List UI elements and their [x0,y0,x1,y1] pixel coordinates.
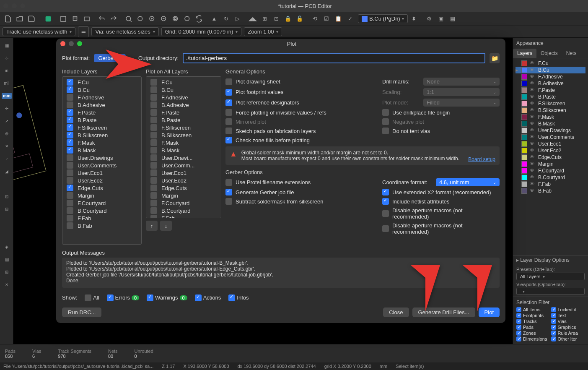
layer-checkbox-row[interactable]: F.Fab [64,214,140,222]
layer-checkbox-row[interactable]: F.Silkscreen [148,124,219,131]
left-tool-17[interactable]: ▤ [1,253,13,265]
layer-checkbox-row[interactable]: B.Adhesive [148,101,219,109]
layer-row[interactable]: 👁B.Courtyard [515,174,585,181]
tab-layers[interactable]: Layers [513,49,536,58]
unlock-icon[interactable]: 🔓 [294,13,305,24]
print-icon[interactable] [70,13,80,24]
layer-row[interactable]: 👁F.Cu [515,60,585,67]
open-icon[interactable] [14,13,25,24]
layer-checkbox-row[interactable]: F.Courtyard [148,199,219,207]
generate-drill-button[interactable]: Generate Drill Files... [412,307,475,317]
coord-format-row[interactable]: Coordinate format:4.6, unit mm [382,178,500,187]
layer-checkbox-row[interactable]: F.Cu [64,78,140,86]
plot-all-layers-list[interactable]: F.CuB.CuF.AdhesiveB.AdhesiveF.PasteB.Pas… [146,76,221,218]
layer-checkbox-row[interactable]: Margin [64,192,140,199]
layer-checkbox-row[interactable]: User.Eco1 [64,169,140,177]
visibility-icon[interactable]: 👁 [530,128,536,133]
layer-selector[interactable]: B.Cu (PgDn) ▾ [358,14,408,23]
left-tool-6[interactable]: ↗ [1,115,13,127]
left-tool-4[interactable]: mm [1,90,13,102]
layer-display-opts[interactable]: ▸ Layer Display Options [513,255,588,265]
option-row[interactable]: Drill marks:None [382,77,500,86]
redo-icon[interactable] [108,13,119,24]
maximize-icon[interactable] [20,3,25,8]
footprint-icon[interactable]: ⊞ [259,13,270,24]
visibility-icon[interactable]: 👁 [530,94,536,100]
option-row[interactable]: Plot drawing sheet [225,77,374,86]
visibility-icon[interactable]: 👁 [530,81,536,86]
option-row[interactable]: Generate Gerber job file [225,188,374,196]
option-row[interactable]: Use extended X2 format (recommended) [382,188,500,196]
lock-icon[interactable]: 🔒 [282,13,293,24]
zoom-window-icon[interactable] [170,13,181,24]
layer-checkbox-row[interactable]: User.Comm... [148,162,219,169]
option-row[interactable]: Use Protel filename extensions [225,178,374,187]
left-tool-14[interactable] [1,216,13,227]
left-tool-8[interactable]: ✕ [1,140,13,152]
layer-row[interactable]: 👁F.Paste [515,87,585,94]
include-layers-list[interactable]: F.CuB.CuF.AdhesiveB.AdhesiveF.PasteB.Pas… [62,76,142,245]
grid-dropdown[interactable]: Grid: 0.2000 mm (0.0079 in) [161,27,242,36]
layer-row[interactable]: 👁F.Silkscreen [515,100,585,107]
show-errors-cb[interactable] [107,294,114,301]
option-row[interactable]: Plot reference designators [225,98,374,107]
page-settings-icon[interactable] [58,13,69,24]
filter-item[interactable]: Zones [516,331,550,336]
layer-checkbox-row[interactable]: User.Drawi... [148,154,219,162]
tab-nets[interactable]: Nets [562,49,581,58]
left-tool-5[interactable]: ✛ [1,102,13,114]
appearance-layer-list[interactable]: 👁F.Cu▸👁B.Cu👁F.Adhesive👁B.Adhesive👁F.Past… [513,58,588,255]
left-tool-9[interactable]: ⟋ [1,153,13,164]
layer-checkbox-row[interactable]: F.Adhesive [64,94,140,101]
update-from-schematic-icon[interactable]: ⟲ [309,13,320,24]
3d-viewer-icon[interactable]: ▲ [209,13,220,24]
board-setup-link[interactable]: Board setup [468,156,495,162]
layer-checkbox-row[interactable]: User.Eco2 [148,177,219,184]
footprint-editor-icon[interactable]: ⊡ [271,13,282,24]
visibility-icon[interactable]: 👁 [530,107,536,113]
show-all-cb[interactable] [85,294,91,301]
layer-row[interactable]: 👁F.Mask [515,114,585,120]
layer-checkbox-row[interactable]: F.Paste [148,109,219,116]
filter-item[interactable]: Dimensions [516,336,550,341]
left-tool-1[interactable]: ⊹ [1,52,13,64]
left-tool-2[interactable]: in [1,65,13,76]
layer-checkbox-row[interactable]: User.Eco2 [64,177,140,184]
layer-row[interactable]: ▸👁B.Cu [515,67,585,73]
layer-row[interactable]: 👁B.Paste [515,94,585,100]
viewports-dropdown[interactable] [516,288,585,295]
layer-row[interactable]: 👁User.Drawings [515,127,585,134]
presets-dropdown[interactable]: All Layers [516,273,585,280]
refresh-icon[interactable] [194,13,205,24]
left-tool-0[interactable]: ▦ [1,39,13,51]
layer-pair-icon[interactable]: ⬍ [409,13,420,24]
find-icon[interactable] [123,13,134,24]
flip-icon[interactable]: ▷ [232,13,243,24]
output-dir-input[interactable] [183,53,485,63]
left-tool-11[interactable] [1,178,13,190]
zoom-dropdown[interactable]: Zoom 1.00 [244,27,282,36]
left-tool-7[interactable]: ⊕ [1,128,13,139]
layer-row[interactable]: 👁Margin [515,161,585,167]
layer-checkbox-row[interactable]: F.Silkscreen [64,124,140,131]
layer-row[interactable]: 👁B.Silkscreen [515,107,585,114]
visibility-icon[interactable]: 👁 [530,101,536,107]
option-row[interactable]: Plot footprint values [225,88,374,96]
layer-checkbox-row[interactable]: Edge.Cuts [64,184,140,192]
plot-icon[interactable] [81,13,92,24]
filter-item[interactable]: Pads [516,325,550,330]
layer-checkbox-row[interactable]: F.Mask [64,139,140,146]
option-row[interactable]: Scaling:1:1 [382,88,500,96]
zoom-fit-icon[interactable] [135,13,146,24]
dialog-maximize-icon[interactable] [77,41,82,46]
drc-icon[interactable]: ✓ [345,13,355,24]
tab-objects[interactable]: Objects [536,49,562,58]
zoom-selection-icon[interactable] [182,13,193,24]
left-tool-15[interactable] [1,228,13,240]
option-row[interactable]: Check zone fills before plotting [225,136,374,144]
visibility-icon[interactable]: 👁 [530,161,536,167]
layer-checkbox-row[interactable]: B.Mask [148,146,219,154]
console-icon[interactable]: ▤ [447,13,458,24]
layer-checkbox-row[interactable]: B.Paste [64,116,140,124]
option-row[interactable]: Use drill/place file origin [382,109,500,116]
